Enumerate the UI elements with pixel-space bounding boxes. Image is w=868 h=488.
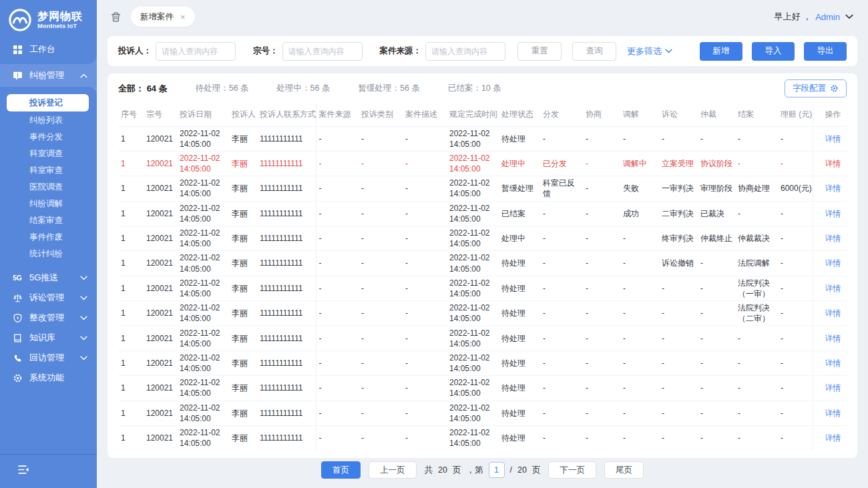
first-page-button[interactable]: 首页 (321, 461, 361, 479)
case-no-input[interactable] (282, 42, 363, 61)
cell: - (540, 276, 583, 300)
detail-link[interactable]: 详情 (825, 383, 841, 393)
detail-link[interactable]: 详情 (825, 308, 841, 318)
sidebar-subitem[interactable]: 科室调查 (0, 146, 97, 162)
user-menu[interactable]: 早上好 ， Admin (775, 11, 853, 23)
detail-link[interactable]: 详情 (825, 284, 841, 293)
action-cell: 详情 (813, 151, 847, 176)
next-page-button[interactable]: 下一页 (548, 461, 596, 479)
detail-link[interactable]: 详情 (825, 358, 841, 368)
detail-link[interactable]: 详情 (825, 433, 841, 443)
cell: - (316, 151, 359, 176)
sidebar-item-workbench[interactable]: 工作台 (0, 39, 97, 60)
sidebar-item-dispute-management[interactable]: 纠纷管理 (0, 64, 97, 87)
sidebar-subitem[interactable]: 纠纷调解 (0, 196, 97, 212)
page-indicator: 共 20 页 ，第 1 / 20 页 (425, 462, 541, 478)
cell: 2022-11-02 14:05:00 (177, 326, 229, 350)
sidebar-item-rectification-management[interactable]: 整改管理 (0, 308, 97, 328)
sidebar-subitem[interactable]: 事件分发 (0, 129, 97, 146)
cell: - (359, 176, 403, 201)
close-icon[interactable]: × (180, 13, 186, 21)
cell: 120021 (144, 426, 177, 451)
cell: - (359, 326, 403, 350)
last-page-button[interactable]: 尾页 (604, 461, 644, 479)
table-row: 11200212022-11-02 14:05:00李丽11111111111-… (118, 326, 847, 350)
column-header: 诉讼 (659, 103, 698, 126)
cell: 处理中 (499, 151, 540, 176)
trash-icon[interactable] (110, 11, 122, 23)
complainant-input[interactable] (156, 42, 236, 61)
cell: - (316, 426, 359, 451)
import-button[interactable]: 导入 (752, 42, 795, 61)
sidebar-subitem[interactable]: 事件作废 (0, 229, 97, 246)
prev-page-button[interactable]: 上一页 (369, 461, 417, 479)
table-row: 11200212022-11-02 14:05:00李丽11111111111-… (118, 126, 847, 151)
cell: 1 (118, 350, 144, 375)
export-button[interactable]: 导出 (804, 42, 847, 61)
cell: - (620, 276, 659, 300)
cell: 李丽 (229, 376, 257, 401)
cell: 11111111111 (257, 276, 316, 300)
sidebar-item-litigation-management[interactable]: 诉讼管理 (0, 288, 97, 308)
action-cell: 详情 (813, 276, 847, 300)
detail-link[interactable]: 详情 (825, 409, 841, 418)
grid-icon (12, 45, 23, 55)
search-button[interactable]: 查询 (572, 42, 616, 61)
tab-new-case[interactable]: 新增案件 × (131, 7, 195, 27)
cell: - (659, 126, 698, 151)
sidebar-subitem[interactable]: 纠纷列表 (0, 112, 97, 129)
cell: - (583, 151, 620, 176)
cell: - (735, 401, 778, 425)
action-cell: 详情 (813, 376, 847, 401)
cell: - (659, 276, 698, 300)
cell: 法院调解 (735, 251, 778, 276)
sidebar-item-knowledge-base[interactable]: 知识库 (0, 328, 97, 348)
table-row: 11200212022-11-02 14:05:00李丽11111111111-… (118, 251, 847, 276)
cell: 李丽 (229, 276, 257, 300)
field-config-button[interactable]: 字段配置 (785, 79, 847, 97)
cell: 李丽 (229, 350, 257, 375)
detail-link[interactable]: 详情 (825, 209, 841, 218)
cell: 李丽 (229, 226, 257, 251)
sidebar-subitem[interactable]: 结案审查 (0, 212, 97, 229)
detail-link[interactable]: 详情 (825, 184, 841, 193)
detail-link[interactable]: 详情 (825, 234, 841, 243)
cell: 120021 (144, 201, 177, 226)
cell: - (359, 350, 403, 375)
brand-subtitle: Montnets IoT (37, 22, 83, 29)
sidebar-item-followup-management[interactable]: 回访管理 (0, 348, 97, 368)
cell: 11111111111 (257, 126, 316, 151)
sidebar-item-system-functions[interactable]: 系统功能 (0, 368, 97, 388)
cell: - (698, 276, 735, 300)
detail-link[interactable]: 详情 (825, 334, 841, 343)
detail-link[interactable]: 详情 (825, 134, 841, 144)
reset-button[interactable]: 重置 (517, 42, 562, 61)
current-page-box[interactable]: 1 (489, 462, 505, 478)
cell: - (778, 126, 813, 151)
cell: - (359, 226, 403, 251)
sidebar-subitem[interactable]: 投诉登记 (7, 94, 89, 111)
summary-processing: 处理中：56 条 (277, 83, 331, 94)
cell: - (583, 326, 620, 350)
sidebar-item-label: 纠纷管理 (29, 69, 64, 81)
sidebar-subitem[interactable]: 科室审查 (0, 162, 97, 179)
add-button[interactable]: 新增 (700, 42, 742, 61)
case-source-input[interactable] (425, 42, 505, 61)
cell: 1 (118, 126, 144, 151)
sidebar-item-5g-push[interactable]: 5G 5G推送 (0, 268, 97, 288)
cell: - (403, 426, 447, 451)
cell: 120021 (144, 301, 177, 326)
sidebar-item-label: 知识库 (29, 332, 55, 344)
cell: 2022-11-02 14:05:00 (447, 251, 499, 276)
more-filters-link[interactable]: 更多筛选 (627, 45, 672, 57)
detail-link[interactable]: 详情 (825, 159, 841, 168)
cell: - (735, 201, 778, 226)
sidebar-collapse-button[interactable] (17, 464, 29, 475)
cell: 2022-11-02 14:05:00 (177, 126, 229, 151)
cell: 120021 (144, 226, 177, 251)
cell: - (403, 251, 447, 276)
cell: 成功 (620, 201, 659, 226)
sidebar-subitem[interactable]: 统计纠纷 (0, 246, 97, 262)
detail-link[interactable]: 详情 (825, 258, 841, 268)
sidebar-subitem[interactable]: 医院调查 (0, 179, 97, 196)
